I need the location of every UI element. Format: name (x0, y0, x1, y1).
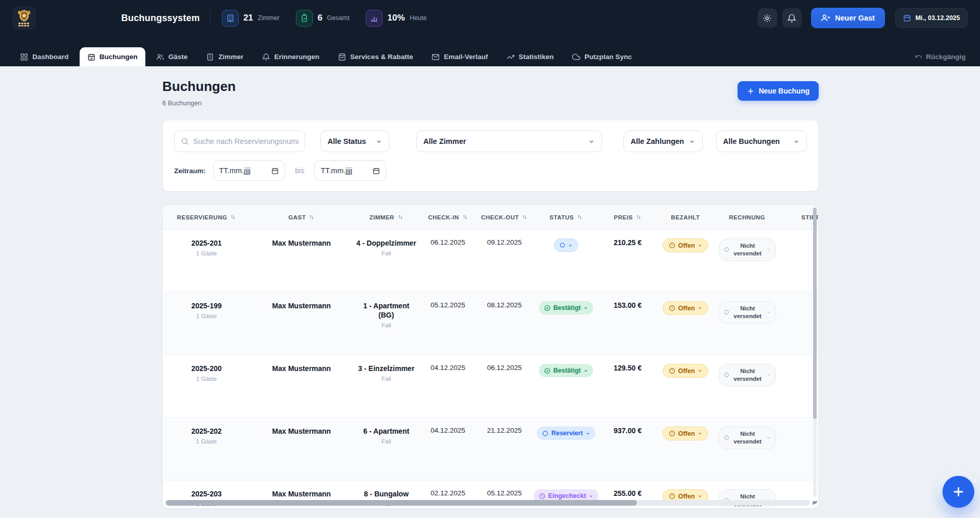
settings-button[interactable] (758, 8, 777, 28)
stat-value: 21 (243, 13, 253, 23)
tab-erinnerungen[interactable]: Erinnerungen (254, 47, 327, 66)
chevron-down-icon (589, 494, 593, 498)
checkout-date: 06.12.2025 (487, 364, 522, 372)
status-select[interactable]: Reserviert (537, 427, 595, 440)
floating-add-button[interactable] (943, 476, 974, 508)
col-preis[interactable]: PREIS (599, 214, 656, 220)
tab-zimmer[interactable]: Zimmer (198, 47, 251, 66)
booking-filter-select[interactable]: Alle Buchungen (716, 131, 807, 152)
vertical-scrollbar[interactable] (813, 208, 817, 497)
header-actions: Neuer Gast Mi., 03.12.2025 (758, 8, 968, 28)
tab-buchungen[interactable]: Buchungen (80, 47, 145, 66)
tab-label: Putzplan Sync (585, 53, 632, 61)
room-name: 4 - Doppelzimmer (356, 238, 417, 248)
payment-status-label: Offen (678, 367, 695, 375)
app-logo (12, 6, 36, 30)
room-filter-select[interactable]: Alle Zimmer (416, 131, 601, 152)
bell-icon (262, 53, 270, 61)
chevron-down-icon (766, 373, 771, 377)
vertical-scrollbar-thumb[interactable] (813, 208, 817, 419)
status-filter-select[interactable]: Alle Status (321, 131, 390, 152)
scroll-down-arrow-icon[interactable] (814, 501, 818, 504)
calendar-icon[interactable] (271, 167, 279, 175)
tab-statistiken[interactable]: Statistiken (499, 47, 561, 66)
price: 153.00 € (614, 301, 642, 309)
chevron-down-icon (766, 247, 771, 252)
guest-count: 1 Gäste (196, 250, 217, 256)
date-from-input[interactable]: TT.mm.jjjj (213, 160, 285, 181)
tab-email-verlauf[interactable]: Email-Verlauf (424, 47, 496, 66)
col-label: PREIS (614, 214, 633, 220)
invoice-status-select[interactable]: Nicht versendet (719, 238, 776, 261)
col-zimmer[interactable]: ZIMMER (353, 214, 420, 220)
table-row[interactable]: 2025-1991 Gäste Max Mustermann 1 - Apart… (163, 292, 818, 355)
tab-dashboard[interactable]: Dashboard (12, 47, 77, 66)
mail-icon (431, 53, 440, 61)
check-circle-icon (544, 367, 551, 374)
status-select[interactable]: Bestätigt (539, 364, 593, 377)
col-rechnung[interactable]: RECHNUNG (715, 214, 779, 220)
chevron-down-icon (698, 494, 702, 498)
reservation-id: 2025-199 (191, 301, 221, 310)
guest-name: Max Mustermann (272, 301, 331, 310)
chevron-down-icon (586, 431, 590, 436)
notifications-button[interactable] (782, 8, 802, 28)
new-guest-button[interactable]: Neuer Gast (811, 8, 885, 28)
col-label: RECHNUNG (729, 214, 765, 220)
new-booking-button[interactable]: Neue Buchung (738, 81, 819, 101)
tab-gaeste[interactable]: Gäste (148, 47, 196, 66)
stat-label: Gesamt (327, 14, 350, 22)
payment-status-select[interactable]: Offen (663, 427, 708, 440)
col-label: BEZAHLT (671, 214, 700, 220)
tab-services-rabatte[interactable]: Services & Rabatte (330, 47, 421, 66)
horizontal-scrollbar-thumb[interactable] (166, 500, 637, 506)
current-date-button[interactable]: Mi., 03.12.2025 (895, 8, 968, 28)
tab-putzplan-sync[interactable]: Putzplan Sync (564, 47, 639, 66)
guest-name: Max Mustermann (272, 489, 331, 498)
invoice-status-select[interactable]: Nicht versendet (719, 427, 776, 449)
payment-status-select[interactable]: Offen (663, 238, 708, 252)
invoice-status-select[interactable]: Nicht versendet (719, 301, 776, 324)
reservation-id: 2025-200 (191, 364, 221, 373)
col-label: CHECK-OUT (481, 214, 519, 220)
table-row[interactable]: 2025-2021 Gäste Max Mustermann 6 - Apart… (163, 418, 818, 480)
invoice-status-select[interactable]: Nicht versendet (719, 489, 776, 509)
date-to-input[interactable]: TT.mm.jjjj (314, 160, 386, 181)
status-select[interactable] (554, 238, 578, 252)
calendar-icon[interactable] (372, 167, 380, 175)
search-input[interactable] (193, 137, 298, 145)
guest-name: Max Mustermann (272, 364, 331, 373)
col-checkin[interactable]: CHECK-IN (420, 214, 476, 220)
payment-status-select[interactable]: Offen (663, 364, 708, 378)
sort-icon (230, 214, 236, 220)
col-bezahlt[interactable]: BEZAHLT (656, 214, 715, 220)
chevron-down-icon (588, 138, 595, 145)
chevron-down-icon (766, 310, 771, 314)
room-filter-value: Alle Zimmer (423, 137, 466, 145)
col-status[interactable]: STATUS (533, 214, 599, 220)
col-reservierung[interactable]: RESERVIERUNG (163, 214, 250, 220)
status-select[interactable]: Bestätigt (539, 301, 593, 314)
table-row[interactable]: 2025-2001 Gäste Max Mustermann 3 - Einze… (163, 355, 818, 418)
undo-button[interactable]: Rückgängig (913, 47, 968, 66)
chevron-down-icon (793, 138, 800, 145)
payment-status-select[interactable]: Offen (663, 301, 708, 315)
room-name: 8 - Bungalow (364, 489, 408, 498)
room-season: Fall (382, 376, 391, 382)
horizontal-scrollbar[interactable] (165, 500, 810, 506)
gear-icon (762, 13, 772, 23)
sort-icon (309, 214, 314, 220)
payment-filter-select[interactable]: Alle Zahlungen (624, 131, 703, 152)
status-label: Bestätigt (553, 367, 580, 374)
guest-count: 1 Gäste (196, 438, 217, 445)
calendar-icon (903, 14, 911, 22)
table-row[interactable]: 2025-2011 Gäste Max Mustermann 4 - Doppe… (163, 230, 818, 292)
room-name: 3 - Einzelzimmer (358, 364, 414, 373)
room-season: Fall (382, 250, 391, 256)
user-plus-icon (821, 13, 831, 23)
col-gast[interactable]: GAST (250, 214, 353, 220)
col-checkout[interactable]: CHECK-OUT (476, 214, 533, 220)
invoice-status-select[interactable]: Nicht versendet (719, 364, 776, 386)
search-box[interactable] (174, 131, 305, 152)
invoice-status-label: Nicht versendet (732, 430, 763, 446)
